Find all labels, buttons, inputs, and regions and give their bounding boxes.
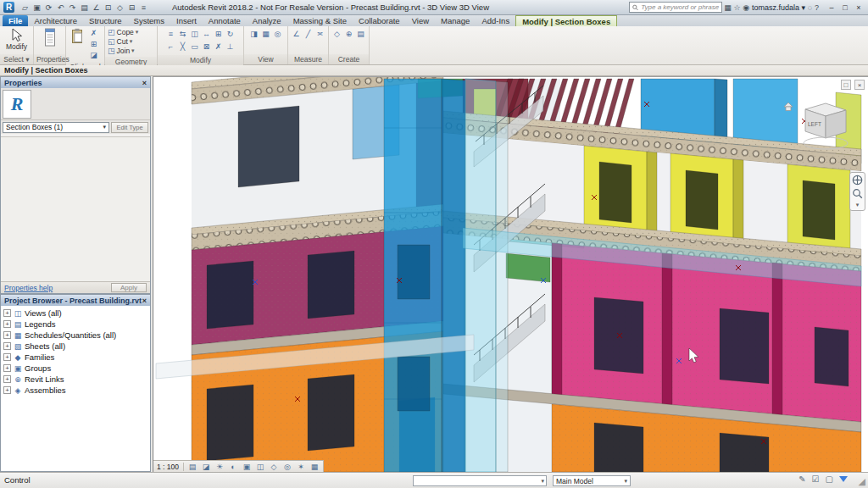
sun-path-icon[interactable]: ☀ <box>214 463 225 471</box>
navbar-expand-icon[interactable]: ▾ <box>856 202 860 208</box>
expander-icon[interactable]: + <box>3 331 11 339</box>
redo-icon[interactable]: ↷ <box>68 2 77 14</box>
tab-structure[interactable]: Structure <box>83 15 128 26</box>
type-selector-dropdown[interactable]: Section Boxes (1) ▾ <box>3 122 109 133</box>
visual-style-icon[interactable]: ◪ <box>201 463 211 471</box>
panel-label-modify[interactable]: Modify <box>158 55 243 65</box>
drawing-area[interactable]: □ × LEFT <box>153 76 868 472</box>
project-browser-header[interactable]: Project Browser - Precast Building.rvt × <box>1 295 150 306</box>
expander-icon[interactable]: + <box>3 386 11 394</box>
selection-filter-icon[interactable] <box>839 476 848 482</box>
offset-icon[interactable]: ⇆ <box>177 28 189 41</box>
tab-massing-site[interactable]: Massing & Site <box>287 15 353 26</box>
measure-line-icon[interactable]: ╱ <box>303 28 314 41</box>
communication-icon[interactable]: ◉ <box>743 3 749 12</box>
help-icon[interactable]: ? <box>815 3 819 12</box>
tab-collaborate[interactable]: Collaborate <box>353 15 406 26</box>
rotate-icon[interactable]: ↻ <box>225 28 236 41</box>
panel-label-measure[interactable]: Measure <box>288 54 328 64</box>
tab-view[interactable]: View <box>406 15 435 26</box>
tab-insert[interactable]: Insert <box>170 15 203 26</box>
thin-lines-icon[interactable]: ≡ <box>139 2 148 14</box>
subscription-icon[interactable]: ☆ <box>733 3 740 12</box>
panel-label-view[interactable]: View <box>244 54 287 64</box>
tab-annotate[interactable]: Annotate <box>203 15 247 26</box>
expander-icon[interactable]: + <box>3 364 11 372</box>
panel-label-create[interactable]: Create <box>329 54 369 64</box>
sync-icon[interactable]: ⟳ <box>44 2 53 14</box>
tree-item-schedules[interactable]: + ▦ Schedules/Quantities (all) <box>3 330 150 341</box>
cope-dropdown-icon[interactable]: ▾ <box>136 29 139 36</box>
tree-item-assemblies[interactable]: + ◈ Assemblies <box>3 385 150 396</box>
edit-type-button[interactable]: Edit Type <box>111 122 148 133</box>
press-drag-icon[interactable]: ▢ <box>826 474 833 484</box>
split-icon[interactable]: ╳ <box>177 41 189 53</box>
properties-close-icon[interactable]: × <box>142 79 147 87</box>
expander-icon[interactable]: + <box>3 353 11 361</box>
copy-icon[interactable]: ⊞ <box>88 39 99 49</box>
unpin-icon[interactable]: ⊥ <box>225 41 236 53</box>
parameter-grid[interactable] <box>1 136 150 281</box>
print-icon[interactable]: ▤ <box>80 2 89 14</box>
section-icon[interactable]: ⊟ <box>127 2 136 14</box>
trim-icon[interactable]: ⌐ <box>165 41 177 53</box>
analytical-model-icon[interactable]: ▦ <box>309 463 320 471</box>
expander-icon[interactable]: + <box>3 375 11 383</box>
create-assembly-icon[interactable]: ▤ <box>355 28 367 41</box>
match-type-icon[interactable]: ◪ <box>88 50 99 60</box>
minimize-button[interactable]: – <box>827 3 836 12</box>
tab-manage[interactable]: Manage <box>435 15 476 26</box>
undo-icon[interactable]: ↶ <box>56 2 65 14</box>
editable-only-icon[interactable]: ✎ <box>798 474 805 484</box>
expander-icon[interactable]: + <box>3 320 11 328</box>
panel-label-properties[interactable]: Properties <box>34 54 65 64</box>
tab-file[interactable]: File <box>3 15 28 26</box>
zoom-icon[interactable] <box>852 188 863 199</box>
signed-in-user[interactable]: tomasz.fudala ▾ <box>752 3 805 12</box>
infocenter-search-input[interactable]: Type a keyword or phrase <box>629 2 722 13</box>
expander-icon[interactable]: + <box>3 309 11 317</box>
crop-view-icon[interactable]: ◫ <box>255 463 265 471</box>
tab-analyze[interactable]: Analyze <box>247 15 287 26</box>
viewports-icon[interactable]: ▦ <box>260 28 272 41</box>
steering-wheel-icon[interactable] <box>852 175 863 186</box>
cope-button[interactable]: ◰ Cope ▾ <box>108 28 138 36</box>
measure-between-icon[interactable]: ≍ <box>314 28 326 41</box>
close-button[interactable]: × <box>854 3 863 12</box>
worksets-dropdown[interactable]: ▾ <box>413 475 547 486</box>
tree-item-legends[interactable]: + ▤ Legends <box>3 319 150 330</box>
delete-icon[interactable]: ✗ <box>213 41 225 53</box>
panel-label-select[interactable]: Select ▾ <box>0 54 33 64</box>
exchange-apps-icon[interactable]: ◌ <box>808 3 812 12</box>
exclude-options-icon[interactable]: ☑ <box>812 474 820 484</box>
cut-geometry-button[interactable]: ◱ Cut ▾ <box>108 37 138 46</box>
paste-button[interactable] <box>69 28 86 47</box>
design-options-dropdown[interactable]: Main Model ▾ <box>553 475 631 486</box>
tree-item-groups[interactable]: + ▣ Groups <box>3 363 150 374</box>
tree-item-families[interactable]: + ◆ Families <box>3 352 150 363</box>
expander-icon[interactable]: + <box>3 342 11 350</box>
view-restore-button[interactable]: □ <box>841 80 851 90</box>
hide-icon[interactable]: ◎ <box>272 28 284 41</box>
create-group-icon[interactable]: ⊕ <box>343 28 355 41</box>
properties-help-link[interactable]: Properties help <box>4 284 53 292</box>
create-similar-icon[interactable]: ◇ <box>331 28 343 41</box>
properties-button[interactable] <box>36 28 63 48</box>
cut-dropdown-icon[interactable]: ▾ <box>130 38 133 45</box>
tab-architecture[interactable]: Architecture <box>28 15 83 26</box>
open-icon[interactable]: ▱ <box>20 2 30 14</box>
matchline-icon[interactable]: ◨ <box>248 28 260 41</box>
tab-systems[interactable]: Systems <box>128 15 170 26</box>
dimension-icon[interactable]: ⊡ <box>103 2 113 14</box>
tree-item-views[interactable]: + ◫ Views (all) <box>3 308 150 319</box>
measure-icon[interactable]: ∠ <box>92 2 101 14</box>
join-dropdown-icon[interactable]: ▾ <box>131 47 135 54</box>
revit-app-icon[interactable]: R <box>3 2 14 13</box>
reveal-hidden-icon[interactable]: ✶ <box>296 463 306 471</box>
pin-icon[interactable]: ⊠ <box>201 41 213 53</box>
apply-button[interactable]: Apply <box>111 283 147 292</box>
shadows-icon[interactable]: ◐ <box>228 463 238 471</box>
modify-button[interactable]: Modify <box>3 28 31 51</box>
viewcube[interactable]: LEFT <box>780 96 851 152</box>
join-button[interactable]: ◳ Join ▾ <box>108 47 138 55</box>
